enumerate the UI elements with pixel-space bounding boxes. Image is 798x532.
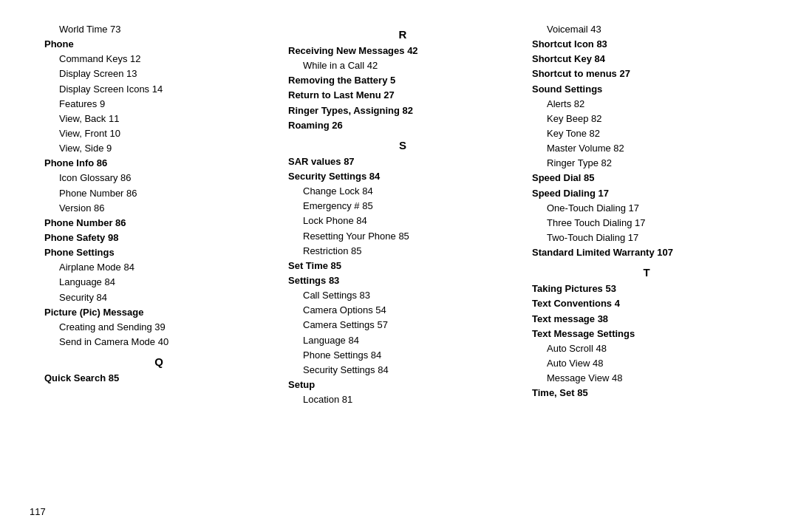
entry-1-24: Quick Search 85	[44, 371, 273, 386]
entry-3-6: Alerts 82	[532, 97, 761, 112]
entry-2-2: Receiving New Messages 42	[288, 44, 517, 58]
entry-1-3: Command Keys 12	[44, 52, 273, 66]
entry-3-17: T	[532, 266, 761, 279]
entry-1-5: Display Screen Icons 14	[44, 82, 273, 97]
entry-2-12: Emergency # 85	[288, 199, 517, 214]
entry-3-13: One-Touch Dialing 17	[532, 201, 761, 216]
entry-2-20: Camera Settings 57	[288, 318, 517, 332]
entry-2-22: Phone Settings 84	[288, 348, 517, 363]
page-number: 117	[30, 506, 46, 517]
entry-2-15: Restriction 85	[288, 244, 517, 259]
entry-3-4: Shortcut to menus 27	[532, 66, 761, 81]
entry-2-17: Settings 83	[288, 273, 517, 288]
entry-3-1: Voicemail 43	[532, 22, 761, 37]
entry-1-23: Q	[44, 355, 273, 368]
entry-2-1: R	[288, 28, 517, 41]
entry-3-7: Key Beep 82	[532, 112, 761, 126]
entry-3-12: Speed Dialing 17	[532, 186, 761, 201]
entry-3-24: Message View 48	[532, 371, 761, 386]
entry-2-5: Return to Last Menu 27	[288, 88, 517, 103]
entry-2-25: Location 81	[288, 392, 517, 407]
entry-2-6: Ringer Types, Assigning 82	[288, 103, 517, 118]
entry-2-7: Roaming 26	[288, 118, 517, 133]
entry-1-13: Version 86	[44, 201, 273, 216]
entry-1-14: Phone Number 86	[44, 216, 273, 231]
entry-1-21: Creating and Sending 39	[44, 320, 273, 335]
entry-1-10: Phone Info 86	[44, 156, 273, 171]
entry-1-12: Phone Number 86	[44, 186, 273, 201]
index-columns: World Time 73PhoneCommand Keys 12Display…	[30, 22, 768, 510]
entry-3-3: Shortcut Key 84	[532, 52, 761, 66]
entry-3-22: Auto Scroll 48	[532, 341, 761, 356]
entry-1-15: Phone Safety 98	[44, 231, 273, 245]
entry-1-1: World Time 73	[44, 22, 273, 37]
entry-3-14: Three Touch Dialing 17	[532, 216, 761, 231]
entry-1-20: Picture (Pic) Message	[44, 305, 273, 320]
entry-1-19: Security 84	[44, 290, 273, 305]
entry-3-15: Two-Touch Dialing 17	[532, 231, 761, 245]
entry-1-8: View, Front 10	[44, 126, 273, 141]
entry-2-19: Camera Options 54	[288, 303, 517, 318]
entry-2-14: Resetting Your Phone 85	[288, 229, 517, 244]
entry-3-25: Time, Set 85	[532, 386, 761, 400]
entry-3-8: Key Tone 82	[532, 126, 761, 141]
column-3: Voicemail 43Shortcut Icon 83Shortcut Key…	[525, 22, 768, 510]
entry-1-9: View, Side 9	[44, 141, 273, 156]
page: World Time 73PhoneCommand Keys 12Display…	[0, 0, 798, 532]
entry-2-21: Language 84	[288, 333, 517, 348]
entry-2-13: Lock Phone 84	[288, 214, 517, 228]
entry-3-18: Taking Pictures 53	[532, 282, 761, 296]
column-2: RReceiving New Messages 42While in a Cal…	[281, 22, 525, 510]
entry-2-23: Security Settings 84	[288, 363, 517, 378]
entry-2-4: Removing the Battery 5	[288, 73, 517, 88]
entry-2-24: Setup	[288, 378, 517, 392]
entry-1-2: Phone	[44, 37, 273, 52]
entry-1-17: Airplane Mode 84	[44, 260, 273, 275]
entry-2-10: Security Settings 84	[288, 169, 517, 184]
entry-1-11: Icon Glossary 86	[44, 171, 273, 185]
entry-3-9: Master Volume 82	[532, 141, 761, 156]
entry-3-20: Text message 38	[532, 312, 761, 327]
entry-1-22: Send in Camera Mode 40	[44, 335, 273, 349]
entry-3-21: Text Message Settings	[532, 327, 761, 341]
entry-2-11: Change Lock 84	[288, 184, 517, 199]
entry-1-7: View, Back 11	[44, 112, 273, 126]
entry-2-16: Set Time 85	[288, 259, 517, 273]
entry-3-11: Speed Dial 85	[532, 171, 761, 185]
entry-3-2: Shortcut Icon 83	[532, 37, 761, 52]
entry-3-19: Text Conventions 4	[532, 296, 761, 311]
column-1: World Time 73PhoneCommand Keys 12Display…	[30, 22, 281, 510]
entry-1-4: Display Screen 13	[44, 66, 273, 81]
entry-3-10: Ringer Type 82	[532, 156, 761, 171]
entry-3-16: Standard Limited Warranty 107	[532, 245, 761, 260]
entry-3-23: Auto View 48	[532, 356, 761, 371]
entry-2-3: While in a Call 42	[288, 58, 517, 73]
entry-1-18: Language 84	[44, 275, 273, 290]
entry-1-16: Phone Settings	[44, 245, 273, 260]
entry-2-18: Call Settings 83	[288, 288, 517, 303]
entry-2-8: S	[288, 139, 517, 151]
entry-3-5: Sound Settings	[532, 82, 761, 97]
entry-2-9: SAR values 87	[288, 154, 517, 169]
entry-1-6: Features 9	[44, 97, 273, 112]
